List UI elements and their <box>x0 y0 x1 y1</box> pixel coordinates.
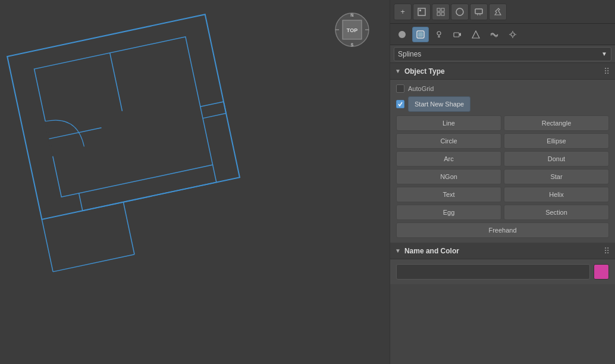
viewport-gizmo: TOP N S <box>333 11 372 49</box>
start-new-shape-button[interactable]: Start New Shape <box>408 96 470 112</box>
circle-button[interactable]: Circle <box>396 133 501 149</box>
donut-button[interactable]: Donut <box>504 151 609 167</box>
start-new-shape-checkbox[interactable] <box>396 100 404 108</box>
top-toolbar: + <box>390 0 615 24</box>
select-button[interactable] <box>413 4 431 20</box>
helix-button[interactable]: Helix <box>504 187 609 202</box>
add-button[interactable]: + <box>394 4 412 20</box>
name-color-collapse-icon: ▼ <box>395 247 401 254</box>
spacewarp-button[interactable] <box>486 27 503 42</box>
object-type-title: Object Type <box>404 67 445 76</box>
svg-rect-24 <box>418 8 425 15</box>
egg-button[interactable]: Egg <box>396 205 501 220</box>
svg-point-37 <box>437 32 441 35</box>
svg-marker-41 <box>472 31 479 38</box>
svg-rect-28 <box>437 12 440 15</box>
section-button[interactable]: Section <box>504 205 609 220</box>
sphere-button[interactable] <box>451 4 469 20</box>
start-new-shape-label: Start New Shape <box>415 101 464 108</box>
star-button[interactable]: Star <box>504 169 609 184</box>
svg-text:TOP: TOP <box>347 27 357 33</box>
name-color-dots-icon: ⠿ <box>604 246 610 256</box>
3d-viewport[interactable]: TOP N S <box>0 0 390 364</box>
object-name-input[interactable] <box>396 264 590 280</box>
right-panel: + <box>390 0 615 364</box>
dropdown-row: Splines ▼ <box>390 45 615 63</box>
shape-grid: Line Rectangle Circle Ellipse Arc <box>396 115 609 238</box>
name-color-row <box>396 264 609 280</box>
name-and-color-title: Name and Color <box>404 247 459 255</box>
svg-rect-26 <box>437 8 440 11</box>
helper-button[interactable] <box>467 27 484 42</box>
object-type-section: ▼ Object Type ⠿ AutoGrid Start New Shape <box>390 63 615 243</box>
arc-button[interactable]: Arc <box>396 151 501 167</box>
second-toolbar <box>390 24 615 45</box>
panel-content: ▼ Object Type ⠿ AutoGrid Start New Shape <box>390 63 615 364</box>
system-button[interactable] <box>504 27 521 42</box>
color-swatch[interactable] <box>594 264 609 280</box>
name-and-color-section: ▼ Name and Color ⠿ <box>390 243 615 284</box>
arrange-button[interactable] <box>432 4 450 20</box>
object-type-body: AutoGrid Start New Shape Line <box>390 80 615 243</box>
start-new-shape-row: Start New Shape <box>396 96 609 112</box>
svg-rect-40 <box>454 33 459 37</box>
svg-rect-36 <box>418 32 423 37</box>
svg-rect-27 <box>441 8 444 11</box>
svg-rect-31 <box>475 9 482 14</box>
object-type-header[interactable]: ▼ Object Type ⠿ <box>390 63 615 80</box>
geometry-button[interactable] <box>394 27 410 42</box>
line-button[interactable]: Line <box>396 115 501 131</box>
name-and-color-body <box>390 259 615 284</box>
svg-rect-25 <box>419 10 421 11</box>
text-button[interactable]: Text <box>396 187 501 202</box>
spline-button[interactable] <box>412 27 429 42</box>
camera-button[interactable] <box>449 27 466 42</box>
spline-type-dropdown[interactable]: Splines ▼ <box>394 47 611 61</box>
svg-point-30 <box>456 8 463 15</box>
dropdown-arrow-icon: ▼ <box>601 51 607 57</box>
display-button[interactable] <box>470 4 488 20</box>
ellipse-button[interactable]: Ellipse <box>504 133 609 149</box>
object-type-dots-icon: ⠿ <box>604 67 610 76</box>
freehand-button[interactable]: Freehand <box>396 222 609 238</box>
lights-button[interactable] <box>431 27 447 42</box>
svg-point-34 <box>399 31 406 38</box>
autogrid-label: AutoGrid <box>408 85 434 92</box>
name-and-color-header[interactable]: ▼ Name and Color ⠿ <box>390 243 615 259</box>
utility-button[interactable] <box>489 4 507 20</box>
ngon-button[interactable]: NGon <box>396 169 501 184</box>
autogrid-row: AutoGrid <box>396 84 609 93</box>
svg-rect-29 <box>441 12 444 15</box>
dropdown-label: Splines <box>398 50 421 58</box>
svg-point-42 <box>511 33 514 36</box>
autogrid-checkbox[interactable] <box>396 84 404 93</box>
rectangle-button[interactable]: Rectangle <box>504 115 609 131</box>
object-type-collapse-icon: ▼ <box>395 68 401 74</box>
